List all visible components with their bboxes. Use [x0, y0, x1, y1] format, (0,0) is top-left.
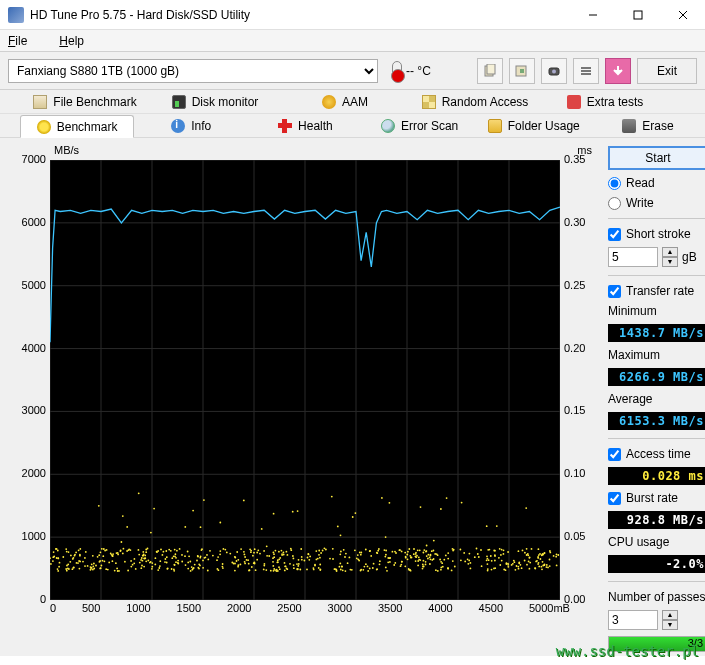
- svg-point-675: [175, 561, 177, 563]
- svg-point-97: [236, 551, 238, 553]
- benchmark-icon: [37, 120, 51, 134]
- svg-point-73: [207, 570, 209, 572]
- svg-point-543: [66, 565, 68, 567]
- svg-point-610: [217, 556, 219, 558]
- passes-up[interactable]: ▲: [662, 610, 678, 620]
- passes-input[interactable]: [608, 610, 658, 630]
- svg-point-307: [320, 552, 322, 554]
- svg-point-556: [539, 553, 541, 555]
- tab-info[interactable]: Info: [134, 114, 248, 137]
- benchmark-chart: 010002000300040005000600070000.000.050.1…: [50, 160, 560, 600]
- svg-point-678: [423, 560, 425, 562]
- menu-file[interactable]: File: [8, 34, 43, 48]
- svg-point-509: [273, 552, 275, 554]
- svg-point-434: [365, 563, 367, 565]
- svg-point-393: [118, 570, 120, 572]
- write-radio[interactable]: [608, 197, 621, 210]
- close-button[interactable]: [660, 0, 705, 30]
- options-button[interactable]: [573, 58, 599, 84]
- short-stroke-input[interactable]: [608, 247, 658, 267]
- svg-point-516: [549, 565, 551, 567]
- svg-point-671: [140, 559, 142, 561]
- copy-screenshot-button[interactable]: [509, 58, 535, 84]
- svg-point-676: [429, 556, 431, 558]
- svg-point-261: [272, 565, 274, 567]
- burst-rate-check[interactable]: [608, 492, 621, 505]
- exit-button[interactable]: Exit: [637, 58, 697, 84]
- svg-point-632: [417, 560, 419, 562]
- tab-health[interactable]: Health: [248, 114, 362, 137]
- svg-point-548: [372, 567, 374, 569]
- svg-point-374: [357, 558, 359, 560]
- svg-point-237: [413, 553, 415, 555]
- svg-point-537: [451, 570, 453, 572]
- svg-point-86: [406, 554, 408, 556]
- svg-point-115: [385, 550, 387, 552]
- tab-folder-usage[interactable]: Folder Usage: [477, 114, 591, 137]
- copy-info-button[interactable]: [477, 58, 503, 84]
- transfer-rate-check[interactable]: [608, 285, 621, 298]
- access-time-check[interactable]: [608, 448, 621, 461]
- svg-point-661: [112, 553, 114, 555]
- tab-file-benchmark[interactable]: File Benchmark: [20, 90, 150, 113]
- svg-point-53: [400, 565, 402, 567]
- svg-point-630: [196, 560, 198, 562]
- svg-point-667: [143, 558, 145, 560]
- tab-erase[interactable]: Erase: [591, 114, 705, 137]
- svg-point-581: [413, 548, 415, 550]
- svg-point-107: [141, 557, 143, 559]
- svg-point-146: [191, 569, 193, 571]
- tab-aam[interactable]: AAM: [280, 90, 410, 113]
- svg-point-78: [85, 551, 87, 553]
- tab-extra-tests[interactable]: Extra tests: [540, 90, 670, 113]
- start-button[interactable]: Start: [608, 146, 705, 170]
- minimize-button[interactable]: [570, 0, 615, 30]
- drive-select[interactable]: Fanxiang S880 1TB (1000 gB): [8, 59, 378, 83]
- folder-usage-icon: [488, 119, 502, 133]
- svg-point-284: [275, 550, 277, 552]
- svg-point-625: [437, 570, 439, 572]
- svg-point-638: [373, 563, 375, 565]
- svg-point-119: [293, 558, 295, 560]
- svg-point-302: [476, 548, 478, 550]
- short-stroke-up[interactable]: ▲: [662, 247, 678, 257]
- read-radio[interactable]: [608, 177, 621, 190]
- temperature-value: -- °C: [406, 64, 431, 78]
- passes-down[interactable]: ▼: [662, 620, 678, 630]
- svg-point-315: [135, 568, 137, 570]
- svg-point-600: [553, 555, 555, 557]
- svg-point-500: [143, 553, 145, 555]
- svg-point-477: [57, 550, 59, 552]
- burst-rate-value: 928.8 MB/s: [608, 511, 705, 529]
- svg-point-538: [184, 555, 186, 557]
- svg-point-577: [441, 562, 443, 564]
- svg-point-161: [381, 497, 383, 499]
- save-screenshot-button[interactable]: [541, 58, 567, 84]
- tab-error-scan[interactable]: Error Scan: [363, 114, 477, 137]
- svg-point-155: [126, 526, 128, 528]
- svg-point-596: [246, 559, 248, 561]
- tab-disk-monitor[interactable]: Disk monitor: [150, 90, 280, 113]
- svg-point-614: [296, 563, 298, 565]
- svg-point-430: [527, 553, 529, 555]
- save-button[interactable]: [605, 58, 631, 84]
- svg-point-514: [224, 549, 226, 551]
- svg-point-472: [537, 557, 539, 559]
- svg-point-416: [435, 569, 437, 571]
- svg-point-545: [99, 561, 101, 563]
- svg-point-549: [149, 562, 151, 564]
- tab-random-access[interactable]: Random Access: [410, 90, 540, 113]
- svg-point-568: [117, 552, 119, 554]
- svg-point-473: [425, 564, 427, 566]
- maximize-button[interactable]: [615, 0, 660, 30]
- svg-point-158: [393, 564, 395, 566]
- short-stroke-down[interactable]: ▼: [662, 257, 678, 267]
- short-stroke-check[interactable]: [608, 228, 621, 241]
- tab-benchmark[interactable]: Benchmark: [20, 115, 134, 138]
- menu-help[interactable]: Help: [59, 34, 100, 48]
- svg-point-87: [250, 551, 252, 553]
- svg-point-620: [379, 560, 381, 562]
- svg-point-42: [138, 492, 140, 494]
- svg-point-361: [496, 525, 498, 527]
- svg-point-394: [100, 567, 102, 569]
